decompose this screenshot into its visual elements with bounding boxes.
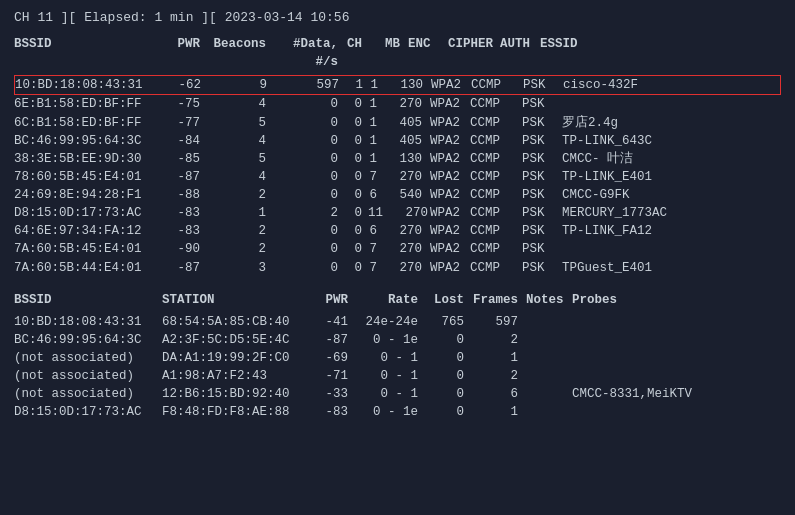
ap-cell-pwr: -83 [162, 204, 208, 222]
ap-cell-beacons: 4 [208, 95, 274, 113]
ap-cell-bssid: 64:6E:97:34:FA:12 [14, 222, 162, 240]
ap-cell-data: 0 [274, 186, 346, 204]
ap-col-mb: MB [368, 35, 408, 71]
ap-cell-enc: WPA2 [430, 95, 470, 113]
sta-cell-probes [572, 313, 781, 331]
ap-cell-mb: 1 130 [368, 150, 430, 168]
sta-cell-frames: 6 [472, 385, 526, 403]
ap-row: D8:15:0D:17:73:AC -83 1 2 0 11 270 WPA2 … [14, 204, 781, 222]
ap-cell-pwr: -87 [162, 259, 208, 277]
ap-cell-data: 0 [274, 259, 346, 277]
ap-cell-data: 597 [275, 76, 347, 94]
ap-cell-bssid: 7A:60:5B:45:E4:01 [14, 240, 162, 258]
ap-cell-auth: PSK [522, 95, 562, 113]
sta-cell-pwr: -69 [310, 349, 356, 367]
ap-cell-ch1: 0 [346, 259, 368, 277]
sta-cell-lost: 0 [426, 367, 472, 385]
ap-cell-beacons: 1 [208, 204, 274, 222]
ap-cell-auth: PSK [522, 168, 562, 186]
sta-cell-probes [572, 403, 781, 421]
ap-cell-essid: 罗店2.4g [562, 114, 781, 132]
ap-cell-pwr: -87 [162, 168, 208, 186]
ap-cell-ch1: 0 [346, 240, 368, 258]
ap-column-headers: BSSID PWR Beacons #Data, #/s CH MB ENC C… [14, 35, 781, 71]
ap-cell-cipher: CCMP [470, 222, 522, 240]
sta-cell-bssid: (not associated) [14, 367, 162, 385]
sta-cell-frames: 597 [472, 313, 526, 331]
sta-cell-station: 68:54:5A:85:CB:40 [162, 313, 310, 331]
sta-cell-pwr: -83 [310, 403, 356, 421]
ap-cell-auth: PSK [522, 132, 562, 150]
ap-cell-enc: WPA2 [430, 186, 470, 204]
ap-cell-bssid: 6E:B1:58:ED:BF:FF [14, 95, 162, 113]
sta-cell-frames: 1 [472, 349, 526, 367]
ap-cell-beacons: 5 [208, 150, 274, 168]
ap-cell-pwr: -75 [162, 95, 208, 113]
sta-row: (not associated) 12:B6:15:BD:92:40 -33 0… [14, 385, 781, 403]
ap-cell-mb: 7 270 [368, 240, 430, 258]
ap-cell-enc: WPA2 [430, 222, 470, 240]
ap-cell-enc: WPA2 [431, 76, 471, 94]
ap-cell-cipher: CCMP [471, 76, 523, 94]
ap-cell-beacons: 9 [209, 76, 275, 94]
ap-cell-essid: TP-LINK_643C [562, 132, 781, 150]
ap-cell-cipher: CCMP [470, 132, 522, 150]
ap-row: 6C:B1:58:ED:BF:FF -77 5 0 0 1 405 WPA2 C… [14, 114, 781, 132]
ap-cell-auth: PSK [522, 204, 562, 222]
ap-cell-essid: TP-LINK_E401 [562, 168, 781, 186]
ap-cell-enc: WPA2 [430, 259, 470, 277]
ap-cell-mb: 6 540 [368, 186, 430, 204]
ap-cell-ch1: 0 [346, 204, 368, 222]
sta-cell-lost: 0 [426, 331, 472, 349]
sta-cell-probes [572, 367, 781, 385]
sta-cell-rate: 0 - 1 [356, 367, 426, 385]
sta-cell-frames: 1 [472, 403, 526, 421]
ap-cell-data: 0 [274, 114, 346, 132]
ap-cell-auth: PSK [522, 186, 562, 204]
ap-cell-beacons: 2 [208, 186, 274, 204]
sta-cell-pwr: -41 [310, 313, 356, 331]
ap-cell-bssid: 24:69:8E:94:28:F1 [14, 186, 162, 204]
sta-cell-probes [572, 349, 781, 367]
sta-col-station: STATION [162, 291, 310, 309]
sta-cell-notes [526, 403, 572, 421]
sta-cell-station: DA:A1:19:99:2F:C0 [162, 349, 310, 367]
ap-cell-data: 0 [274, 168, 346, 186]
ap-row: 10:BD:18:08:43:31 -62 9 597 1 1 130 WPA2… [14, 75, 781, 95]
sta-cell-bssid: BC:46:99:95:64:3C [14, 331, 162, 349]
ap-cell-bssid: D8:15:0D:17:73:AC [14, 204, 162, 222]
ap-cell-enc: WPA2 [430, 132, 470, 150]
ap-cell-essid: CMCC-G9FK [562, 186, 781, 204]
sta-column-headers: BSSID STATION PWR Rate Lost Frames Notes… [14, 291, 781, 309]
sta-cell-probes [572, 331, 781, 349]
sta-cell-frames: 2 [472, 331, 526, 349]
ap-cell-bssid: 38:3E:5B:EE:9D:30 [14, 150, 162, 168]
ap-cell-pwr: -62 [163, 76, 209, 94]
ap-table: BSSID PWR Beacons #Data, #/s CH MB ENC C… [14, 35, 781, 277]
ap-cell-ch1: 0 [346, 222, 368, 240]
sta-cell-rate: 24e-24e [356, 313, 426, 331]
ap-col-ch: CH [346, 35, 368, 71]
ap-col-pwr: PWR [162, 35, 208, 71]
ap-col-auth: AUTH [500, 35, 540, 71]
ap-cell-essid [562, 240, 781, 258]
ap-cell-pwr: -90 [162, 240, 208, 258]
ap-cell-data: 0 [274, 150, 346, 168]
sta-col-probes: Probes [572, 291, 781, 309]
sta-cell-bssid: 10:BD:18:08:43:31 [14, 313, 162, 331]
ap-cell-cipher: CCMP [470, 259, 522, 277]
ap-col-bssid: BSSID [14, 35, 162, 71]
ap-cell-data: 2 [274, 204, 346, 222]
sta-cell-station: F8:48:FD:F8:AE:88 [162, 403, 310, 421]
ap-cell-cipher: CCMP [470, 204, 522, 222]
ap-cell-essid: MERCURY_1773AC [562, 204, 781, 222]
ap-cell-data: 0 [274, 222, 346, 240]
ap-cell-mb: 1 130 [369, 76, 431, 94]
sta-cell-frames: 2 [472, 367, 526, 385]
sta-cell-bssid: (not associated) [14, 349, 162, 367]
ap-row: 38:3E:5B:EE:9D:30 -85 5 0 0 1 130 WPA2 C… [14, 150, 781, 168]
ap-cell-mb: 1 270 [368, 95, 430, 113]
ap-cell-cipher: CCMP [470, 186, 522, 204]
ap-cell-enc: WPA2 [430, 240, 470, 258]
ap-cell-auth: PSK [523, 76, 563, 94]
